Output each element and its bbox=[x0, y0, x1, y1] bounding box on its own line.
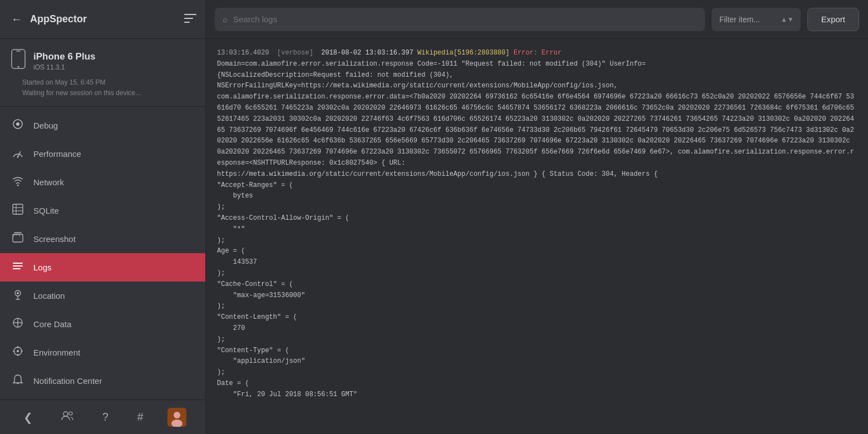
svg-point-9 bbox=[17, 185, 19, 186]
hash-button[interactable]: # bbox=[133, 408, 148, 426]
svg-rect-2 bbox=[184, 22, 190, 23]
sidebar-item-label-sqlite: SQLite bbox=[33, 206, 59, 215]
sidebar-header-left: ← AppSpector bbox=[9, 11, 87, 28]
svg-point-5 bbox=[18, 66, 19, 68]
log-body: Domain=com.alamofire.error.serialization… bbox=[217, 60, 858, 398]
device-details: iPhone 6 Plus iOS 11.3.1 bbox=[33, 51, 95, 71]
search-input[interactable] bbox=[233, 14, 697, 24]
export-button[interactable]: Export bbox=[807, 8, 859, 31]
sidebar-item-notification[interactable]: Notification Center bbox=[0, 367, 205, 395]
svg-point-7 bbox=[16, 122, 19, 126]
device-started: Started on May 15, 6:45 PM bbox=[22, 77, 183, 88]
filter-wrapper: Filter item... ▲▼ bbox=[712, 8, 801, 31]
performance-icon bbox=[11, 147, 24, 161]
device-name: iPhone 6 Plus bbox=[33, 51, 95, 62]
svg-rect-4 bbox=[16, 51, 21, 52]
device-waiting: Waiting for new session on this device..… bbox=[22, 88, 183, 98]
network-icon bbox=[11, 175, 24, 189]
sqlite-icon bbox=[11, 204, 24, 218]
users-button[interactable] bbox=[57, 408, 78, 426]
sidebar-item-label-screenshot: Screenshot bbox=[33, 234, 76, 244]
sidebar-item-label-performance: Performance bbox=[33, 149, 81, 159]
svg-point-19 bbox=[17, 292, 19, 294]
device-info: iPhone 6 Plus iOS 11.3.1 Started on May … bbox=[0, 39, 205, 107]
svg-rect-3 bbox=[12, 50, 25, 68]
svg-rect-14 bbox=[13, 234, 23, 242]
sidebar-item-label-notification: Notification Center bbox=[33, 376, 102, 386]
collapse-button[interactable]: ❮ bbox=[19, 408, 37, 426]
back-button[interactable]: ← bbox=[9, 11, 24, 28]
help-button[interactable]: ? bbox=[98, 408, 113, 426]
filter-select[interactable]: Filter item... bbox=[712, 8, 801, 31]
sidebar-item-debug[interactable]: Debug bbox=[0, 111, 205, 140]
environment-icon bbox=[11, 346, 24, 359]
svg-point-30 bbox=[174, 412, 180, 418]
sidebar-header: ← AppSpector bbox=[0, 0, 205, 39]
device-icon bbox=[11, 49, 26, 73]
log-verbose-badge: [verbose] bbox=[277, 49, 313, 57]
screenshot-icon bbox=[11, 232, 24, 246]
device-row: iPhone 6 Plus iOS 11.3.1 bbox=[11, 49, 194, 73]
filter-list-button[interactable] bbox=[184, 13, 196, 26]
notification-icon bbox=[11, 374, 24, 388]
sidebar-item-logs[interactable]: Logs bbox=[0, 253, 205, 282]
sidebar-item-label-environment: Environment bbox=[33, 348, 80, 357]
sidebar-item-coredata[interactable]: Core Data bbox=[0, 310, 205, 338]
main-content: ⌕ Filter item... ▲▼ Export 13:03:16.4020… bbox=[206, 0, 868, 434]
svg-rect-0 bbox=[184, 14, 196, 15]
sidebar-footer: ❮ ? # bbox=[0, 400, 205, 434]
app-title: AppSpector bbox=[30, 13, 87, 25]
search-container: ⌕ bbox=[215, 8, 705, 31]
sidebar: ← AppSpector iPhone 6 Plus iOS 11.3.1 bbox=[0, 0, 206, 434]
log-timestamp: 13:03:16.4020 bbox=[217, 49, 269, 57]
svg-rect-10 bbox=[13, 204, 23, 214]
svg-point-8 bbox=[17, 156, 19, 158]
sidebar-item-label-location: Location bbox=[33, 291, 65, 300]
sidebar-item-performance[interactable]: Performance bbox=[0, 140, 205, 168]
sidebar-item-label-coredata: Core Data bbox=[33, 319, 71, 329]
sidebar-item-screenshot[interactable]: Screenshot bbox=[0, 225, 205, 253]
device-status: Started on May 15, 6:45 PM Waiting for n… bbox=[11, 73, 194, 98]
log-content: 13:03:16.4020 [verbose] 2018-08-02 13:03… bbox=[206, 39, 868, 434]
log-entry: 13:03:16.4020 [verbose] 2018-08-02 13:03… bbox=[217, 48, 857, 401]
sidebar-item-label-debug: Debug bbox=[33, 121, 58, 130]
top-bar: ⌕ Filter item... ▲▼ Export bbox=[206, 0, 868, 39]
log-datetime: 2018-08-02 13:03:16.397 bbox=[321, 49, 413, 57]
log-error-label: Error: Error bbox=[514, 49, 561, 57]
search-icon: ⌕ bbox=[223, 14, 228, 24]
svg-rect-1 bbox=[184, 18, 193, 19]
sidebar-item-network[interactable]: Network bbox=[0, 168, 205, 196]
device-os: iOS 11.3.1 bbox=[33, 63, 95, 71]
log-source: Wikipedia[5196:2803880] bbox=[417, 49, 510, 57]
sidebar-item-sqlite[interactable]: SQLite bbox=[0, 196, 205, 225]
sidebar-item-label-logs: Logs bbox=[33, 263, 52, 272]
svg-point-27 bbox=[63, 412, 68, 416]
filter-list-icon bbox=[184, 13, 196, 23]
sidebar-item-label-network: Network bbox=[33, 177, 64, 187]
avatar[interactable] bbox=[167, 408, 186, 427]
coredata-icon bbox=[11, 317, 24, 331]
logs-icon bbox=[11, 260, 24, 274]
debug-icon bbox=[11, 119, 24, 132]
location-icon bbox=[11, 289, 24, 303]
nav-list: Debug Performance Network SQLite Screens… bbox=[0, 107, 205, 400]
sidebar-item-location[interactable]: Location bbox=[0, 282, 205, 310]
svg-point-28 bbox=[69, 412, 72, 415]
svg-point-22 bbox=[17, 350, 19, 352]
sidebar-item-environment[interactable]: Environment bbox=[0, 338, 205, 367]
